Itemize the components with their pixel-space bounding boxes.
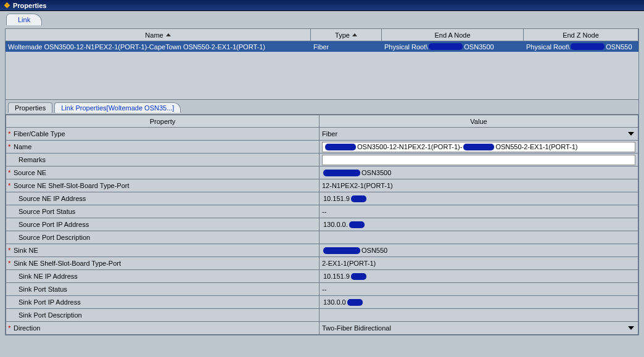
value-sink-port-ip: 130.0.0	[322, 298, 635, 306]
dropdown-arrow-icon	[628, 326, 634, 330]
redacted-text	[429, 43, 463, 50]
cell-end-a: Physical Root\ OSN3500	[382, 43, 524, 51]
grid-row-selected[interactable]: Woltemade OSN3500-12-N1PEX2-1(PORT-1)-Ca…	[6, 41, 638, 52]
top-tab-bar: Link	[0, 11, 644, 28]
row-sink-ne-ip: Sink NE IP Address 10.151.9	[6, 270, 638, 283]
col-header-end-a[interactable]: End A Node	[382, 29, 524, 41]
tab-link-properties[interactable]: Link Properties[Woltemade OSN35...]	[54, 102, 181, 113]
redacted-text	[323, 170, 360, 176]
row-source-shelf: *Source NE Shelf-Slot-Board Type-Port 12…	[6, 179, 638, 192]
cell-type: Fiber	[311, 43, 382, 51]
row-name: *Name OSN3500-12-N1PEX2-1(PORT-1)- OSN55…	[6, 141, 638, 154]
redacted-text	[347, 299, 363, 306]
col-header-type[interactable]: Type	[311, 29, 382, 41]
value-sink-shelf: 2-EX1-1(PORT-1)	[322, 260, 376, 267]
row-sink-ne: *Sink NE OSN550	[6, 244, 638, 257]
value-sink-ne-ip: 10.151.9	[322, 273, 635, 280]
dropdown-arrow-icon	[628, 132, 634, 136]
redacted-text	[349, 221, 365, 228]
row-sink-port-status: Sink Port Status --	[6, 283, 638, 296]
value-source-ne: OSN3500	[322, 169, 635, 176]
value-sink-ne: OSN550	[322, 247, 635, 254]
row-sink-shelf: *Sink NE Shelf-Slot-Board Type-Port 2-EX…	[6, 257, 638, 270]
cell-end-z: Physical Root\ OSN550	[524, 43, 638, 51]
sort-arrow-icon	[352, 33, 357, 36]
value-direction[interactable]: Two-Fiber Bidirectional	[320, 322, 638, 335]
value-fiber-cable-type[interactable]: Fiber	[320, 128, 638, 141]
grid-header-row: Name Type End A Node End Z Node	[6, 29, 638, 41]
row-source-port-ip: Source Port IP Address 130.0.0.	[6, 218, 638, 231]
content-box: Name Type End A Node End Z Node Woltemad…	[5, 28, 639, 335]
row-sink-port-desc: Sink Port Description	[6, 309, 638, 322]
row-source-port-desc: Source Port Description	[6, 231, 638, 244]
row-source-port-status: Source Port Status --	[6, 205, 638, 218]
value-source-port-status: --	[322, 208, 326, 215]
links-grid[interactable]: Name Type End A Node End Z Node Woltemad…	[6, 29, 638, 100]
tab-properties[interactable]: Properties	[8, 102, 52, 113]
value-source-shelf: 12-N1PEX2-1(PORT-1)	[322, 182, 393, 189]
sort-arrow-icon	[166, 33, 171, 36]
row-source-ne-ip: Source NE IP Address 10.151.9	[6, 192, 638, 205]
window-title: Properties	[13, 2, 46, 9]
header-property: Property	[6, 115, 320, 128]
props-header-row: Property Value	[6, 115, 638, 128]
tab-link[interactable]: Link	[6, 14, 42, 25]
redacted-text	[351, 273, 366, 280]
redacted-text	[351, 195, 366, 202]
window-titlebar: ❖ Properties	[0, 0, 644, 11]
app-icon: ❖	[4, 1, 10, 10]
redacted-text	[325, 144, 356, 150]
cell-name: Woltemade OSN3500-12-N1PEX2-1(PORT-1)-Ca…	[6, 43, 311, 51]
redacted-text	[463, 144, 494, 150]
header-value: Value	[320, 115, 638, 128]
redacted-text	[323, 247, 360, 254]
property-table: Property Value *Fiber/Cable Type Fiber *…	[6, 115, 638, 335]
redacted-text	[571, 43, 605, 50]
input-remarks[interactable]	[322, 155, 635, 165]
row-sink-port-ip: Sink Port IP Address 130.0.0	[6, 296, 638, 309]
value-sink-port-status: --	[322, 285, 326, 293]
sub-tab-bar: Properties Link Properties[Woltemade OSN…	[6, 100, 638, 115]
row-direction: *Direction Two-Fiber Bidirectional	[6, 322, 638, 335]
row-source-ne: *Source NE OSN3500	[6, 166, 638, 179]
input-name[interactable]: OSN3500-12-N1PEX2-1(PORT-1)- OSN550-2-EX…	[322, 142, 635, 152]
col-header-end-z[interactable]: End Z Node	[524, 29, 638, 41]
value-source-port-ip: 130.0.0.	[322, 221, 635, 228]
col-header-name[interactable]: Name	[6, 29, 311, 41]
row-remarks: Remarks	[6, 154, 638, 166]
row-fiber-cable-type: *Fiber/Cable Type Fiber	[6, 128, 638, 141]
value-source-ne-ip: 10.151.9	[322, 195, 635, 202]
